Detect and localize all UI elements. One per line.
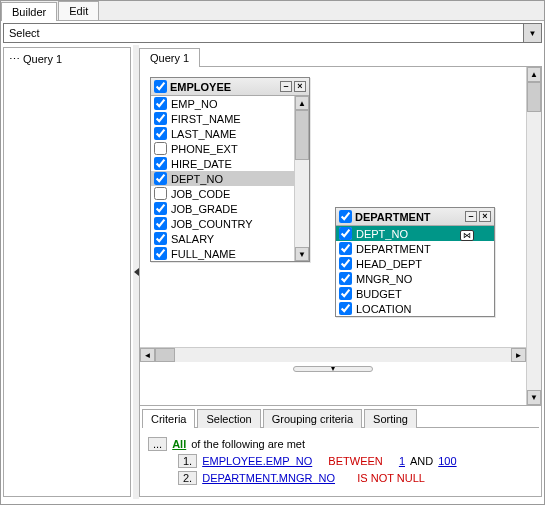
criteria-field-1[interactable]: EMPLOYEE.EMP_NO [202,455,312,467]
table-check-department[interactable] [339,210,352,223]
criteria-and: AND [410,455,433,467]
outer-tabs: Builder Edit [1,1,544,21]
table-title-employee[interactable]: EMPLOYEE – × [151,78,309,96]
table-window-employee[interactable]: EMPLOYEE – × EMP_NOFIRST_NAMELAST_NAMEPH… [150,77,310,262]
column-checkbox[interactable] [154,157,167,170]
column-label: HEAD_DEPT [356,258,422,270]
column-label: PHONE_EXT [171,143,238,155]
scrollbar-employee[interactable]: ▲ ▼ [294,96,309,261]
canvas-hscroll[interactable]: ◄ ► [140,347,526,362]
column-label: BUDGET [356,288,402,300]
column-checkbox[interactable] [154,97,167,110]
column-row[interactable]: DEPARTMENT [336,241,494,256]
inner-tab-query1[interactable]: Query 1 [139,48,200,67]
scroll-right-icon[interactable]: ► [511,348,526,362]
column-checkbox[interactable] [339,287,352,300]
scroll-up-icon[interactable]: ▲ [527,67,541,82]
column-checkbox[interactable] [154,217,167,230]
tab-builder[interactable]: Builder [1,2,57,21]
column-list-employee: EMP_NOFIRST_NAMELAST_NAMEPHONE_EXTHIRE_D… [151,96,294,261]
minimize-icon[interactable]: – [280,81,292,92]
criteria-val1-1[interactable]: 1 [399,455,405,467]
column-checkbox[interactable] [339,242,352,255]
tab-grouping[interactable]: Grouping criteria [263,409,362,428]
tab-selection[interactable]: Selection [197,409,260,428]
criteria-row-button-1[interactable]: 1. [178,454,197,468]
column-row[interactable]: JOB_GRADE [151,201,294,216]
column-checkbox[interactable] [339,302,352,315]
tab-sorting[interactable]: Sorting [364,409,417,428]
tab-edit[interactable]: Edit [58,1,99,20]
scroll-thumb[interactable] [155,348,175,362]
column-checkbox[interactable] [154,232,167,245]
column-label: SALARY [171,233,214,245]
column-checkbox[interactable] [154,247,167,260]
column-row[interactable]: EMP_NO [151,96,294,111]
column-row[interactable]: HIRE_DATE [151,156,294,171]
column-checkbox[interactable] [339,272,352,285]
inner-tabs: Query 1 [139,47,542,67]
column-checkbox[interactable] [154,112,167,125]
criteria-op-2[interactable]: IS NOT NULL [357,472,425,484]
collapse-button[interactable]: ▾ [293,366,373,372]
scroll-down-icon[interactable]: ▼ [295,247,309,261]
table-window-department[interactable]: DEPARTMENT – × DEPT_NODEPARTMENTHEAD_DEP… [335,207,495,317]
select-label: Select [4,24,523,42]
close-icon[interactable]: × [294,81,306,92]
column-checkbox[interactable] [154,187,167,200]
column-row[interactable]: LOCATION [336,301,494,316]
criteria-root-button[interactable]: ... [148,437,167,451]
column-label: DEPT_NO [356,228,408,240]
table-title-department[interactable]: DEPARTMENT – × [336,208,494,226]
column-row[interactable]: JOB_CODE [151,186,294,201]
column-row[interactable]: BUDGET [336,286,494,301]
table-check-employee[interactable] [154,80,167,93]
criteria-all-link[interactable]: All [172,438,186,450]
criteria-row-button-2[interactable]: 2. [178,471,197,485]
column-row[interactable]: FIRST_NAME [151,111,294,126]
column-row[interactable]: SALARY [151,231,294,246]
tab-criteria[interactable]: Criteria [142,409,195,428]
column-row[interactable]: MNGR_NO [336,271,494,286]
column-label: DEPARTMENT [356,243,431,255]
column-checkbox[interactable] [339,257,352,270]
scroll-thumb[interactable] [295,110,309,160]
query-tree: ⋯ Query 1 [3,47,131,497]
column-label: DEPT_NO [171,173,223,185]
close-icon[interactable]: × [479,211,491,222]
criteria-val2-1[interactable]: 100 [438,455,456,467]
column-checkbox[interactable] [154,142,167,155]
scroll-left-icon[interactable]: ◄ [140,348,155,362]
column-row[interactable]: DEPT_NO [151,171,294,186]
scroll-thumb[interactable] [527,82,541,112]
scroll-up-icon[interactable]: ▲ [295,96,309,110]
column-label: LAST_NAME [171,128,236,140]
column-label: JOB_COUNTRY [171,218,253,230]
column-label: FULL_NAME [171,248,236,260]
scroll-down-icon[interactable]: ▼ [527,390,541,405]
table-title-label: DEPARTMENT [355,211,463,223]
criteria-op-1[interactable]: BETWEEN [328,455,382,467]
join-tag-icon[interactable]: ⋈ [460,230,474,241]
column-label: FIRST_NAME [171,113,241,125]
select-dropdown[interactable]: Select ▼ [3,23,542,43]
column-label: EMP_NO [171,98,217,110]
column-label: HIRE_DATE [171,158,232,170]
criteria-body: ... All of the following are met 1. EMPL… [140,428,541,496]
column-row[interactable]: FULL_NAME [151,246,294,261]
column-checkbox[interactable] [154,172,167,185]
minimize-icon[interactable]: – [465,211,477,222]
column-checkbox[interactable] [339,227,352,240]
criteria-field-2[interactable]: DEPARTMENT.MNGR_NO [202,472,335,484]
column-checkbox[interactable] [154,127,167,140]
column-checkbox[interactable] [154,202,167,215]
select-dropdown-button[interactable]: ▼ [523,24,541,42]
column-row[interactable]: HEAD_DEPT [336,256,494,271]
canvas-vscroll[interactable]: ▲ ▼ [526,67,541,405]
column-row[interactable]: JOB_COUNTRY [151,216,294,231]
chevron-down-icon: ▼ [529,29,537,38]
column-row[interactable]: LAST_NAME [151,126,294,141]
query-canvas[interactable]: EMPLOYEE – × EMP_NOFIRST_NAMELAST_NAMEPH… [139,67,542,406]
tree-node-query1[interactable]: ⋯ Query 1 [7,51,127,68]
column-row[interactable]: PHONE_EXT [151,141,294,156]
